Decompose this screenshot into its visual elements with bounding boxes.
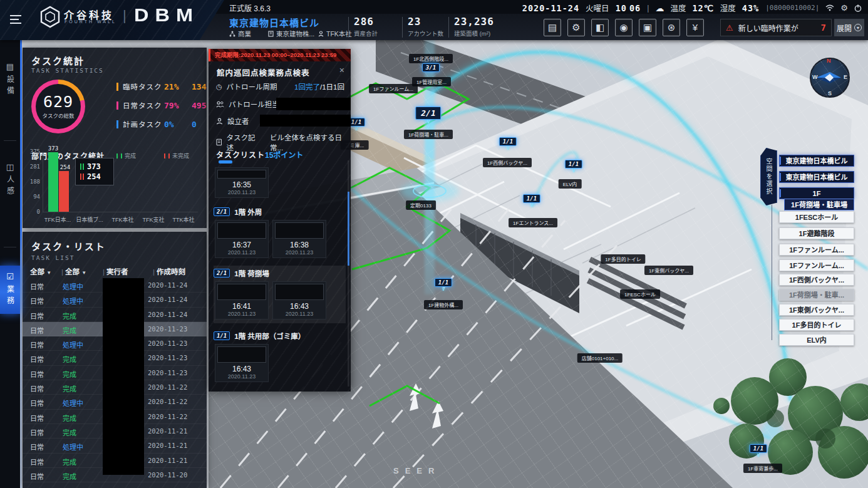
map-marker[interactable]: 1F荷捌場・駐車... <box>404 128 453 139</box>
patrol-snapshot-card[interactable]: 16:38 2020.11.23 <box>272 220 326 258</box>
bar-value-undone: 254 <box>60 164 70 170</box>
power-icon[interactable] <box>854 4 862 12</box>
map-marker[interactable]: 1/1 ∨ <box>750 444 767 457</box>
task-list-icon: ▤ <box>548 22 557 33</box>
device-hub-tool-button[interactable]: ⊛ <box>663 19 680 36</box>
product-name: DBM <box>134 5 199 26</box>
patrol-snapshot-card[interactable]: 16:35 2020.11.23 <box>215 167 269 198</box>
room-item[interactable]: 1FESCホール <box>779 211 854 223</box>
point-name: 1階 外周 <box>234 207 262 217</box>
panel-subtitle: TASK STATISTICS <box>31 67 104 74</box>
access-control-tool-button[interactable]: ◧ <box>591 19 609 36</box>
expand-button[interactable]: 展開 ▼ <box>834 19 864 36</box>
snapshot-photo <box>217 170 266 179</box>
deadline-banner: 完成期限:2020.11.23 00:00–2020.11.23 23:59 <box>209 49 351 61</box>
room-item[interactable]: 1F多目的トイレ <box>779 319 854 331</box>
room-item[interactable]: 1F避難階段 <box>779 227 854 239</box>
patrol-point-list[interactable]: 16:35 2020.11.23 2/1 1階 外周 16:37 2020.11… <box>214 160 346 388</box>
asset-database-tool-button[interactable]: ¥ <box>686 19 704 36</box>
snapshot-photo <box>275 222 324 239</box>
filter-type[interactable]: 全部 ▼ <box>30 266 51 276</box>
patrol-snapshot-card[interactable]: 16:43 2020.11.23 <box>215 344 269 382</box>
marker-label: 1F管理用室... <box>412 77 451 86</box>
map-marker[interactable]: 2/1 ∨ ∨ <box>415 106 441 128</box>
space-level-building[interactable]: 東京建物日本橋ビル <box>779 171 854 183</box>
temperature-label: 温度 <box>670 2 686 14</box>
map-marker[interactable]: 1F西側バックヤ... <box>483 157 532 167</box>
work-tasks-icon: ☑ <box>6 272 14 281</box>
y-tick: 0 <box>26 209 40 215</box>
filter-status[interactable]: |全部 ▼ <box>61 266 86 276</box>
sidebar-item-equipment[interactable]: ▤ 設備 <box>0 56 20 104</box>
map-marker[interactable]: 1F建物外構... <box>424 299 463 309</box>
chevron-down-icon: ∨ <box>572 169 576 173</box>
settings-tool-button[interactable]: ⚙ <box>567 19 585 36</box>
map-marker[interactable]: 1Fエントランス... <box>509 217 557 227</box>
seer-watermark: SEER <box>393 466 440 475</box>
patrol-snapshot-card[interactable]: 16:37 2020.11.23 <box>215 220 269 258</box>
clock-minute: 06 <box>629 3 641 13</box>
legend-daily-tasks: 日常タスク 79% 495 <box>116 100 206 110</box>
presence-sensor-icon: ◫ <box>6 162 14 172</box>
map-marker[interactable]: 1FESCホール <box>620 288 660 299</box>
map-marker[interactable]: 店舗0101+010... <box>577 352 623 363</box>
y-tick: 281 <box>26 164 40 170</box>
users-icon <box>216 101 224 108</box>
point-badge: 2/1 <box>214 207 230 216</box>
map-marker[interactable]: 1F車寄兼歩... <box>743 462 782 473</box>
map-marker[interactable]: 1F多目的トイレ <box>601 253 645 264</box>
ai-camera-tool-button[interactable]: ▣ <box>639 19 656 36</box>
room-item-selected[interactable]: 1F荷捌場・駐車... <box>779 289 854 301</box>
room-item[interactable]: 1F東側バックヤ... <box>779 304 854 316</box>
menu-icon[interactable] <box>10 15 21 24</box>
alert-bar[interactable]: ⚠ 新しい臨時作業が 7 <box>720 19 832 36</box>
map-marker[interactable]: 1/1 ∨ <box>435 278 452 291</box>
map-marker[interactable]: 1/1 ∨ <box>565 160 582 173</box>
building-name[interactable]: 東京建物日本橋ビル <box>229 16 319 29</box>
close-icon[interactable]: × <box>339 65 344 75</box>
map-marker[interactable]: 1/1 ∨ <box>499 137 517 150</box>
chart-tooltip: 373 254 <box>75 158 114 185</box>
map-marker[interactable]: 1F北西側階段... 3/1 <box>409 53 453 72</box>
room-item[interactable]: ELV内 <box>779 334 854 346</box>
map-marker[interactable]: 1/1 ∨ <box>523 194 540 207</box>
nodes-icon <box>229 31 235 37</box>
map-marker[interactable]: 定期0133 <box>406 199 436 210</box>
patrol-snapshot-card[interactable]: 16:43 2020.11.23 <box>272 281 326 319</box>
donut-center: 629 タスクの総数 <box>31 80 85 133</box>
compass-north: N <box>827 58 831 64</box>
room-item[interactable]: 1F西側バックヤ... <box>779 274 854 286</box>
version-label: 正式版 3.6.3 <box>229 3 271 13</box>
map-marker[interactable]: 1Fファンルーム... <box>369 83 418 93</box>
y-axis <box>43 152 43 212</box>
redaction-overlay <box>276 98 351 110</box>
room-item[interactable]: 1Fファンルーム... <box>779 259 854 271</box>
column-executor: |実行者 <box>103 266 128 276</box>
panel-title: タスク統計 <box>31 54 85 67</box>
chevron-down-icon: ∨ <box>426 124 431 128</box>
room-item[interactable]: 1Fファンルーム... <box>779 244 854 256</box>
column-created-time: |作成時刻 <box>153 266 185 276</box>
clock-icon: ◷ <box>216 83 222 91</box>
x-category: TFK支社 <box>143 215 165 224</box>
space-level-building[interactable]: 東京建物日本橋ビル <box>779 155 854 167</box>
task-list-tool-button[interactable]: ▤ <box>544 19 561 36</box>
cctv-tool-button[interactable]: ◉ <box>615 19 633 36</box>
sidebar-item-presence[interactable]: ◫ 人感 <box>0 156 20 204</box>
task-total-label: タスクの総数 <box>42 112 74 119</box>
map-marker[interactable]: ELV内 <box>559 178 582 189</box>
sidebar-item-work[interactable]: ☑ 業務 <box>0 266 20 314</box>
space-current-area[interactable]: 1F荷捌場・駐車場 <box>784 199 854 210</box>
map-marker[interactable]: 1F管理用室... <box>412 76 451 86</box>
chevron-down-icon: ∨ <box>442 287 446 291</box>
scrollbar-thumb[interactable] <box>348 192 349 266</box>
patrol-snapshot-card[interactable]: 16:41 2020.11.23 <box>215 281 269 319</box>
compass-east: E <box>844 74 847 80</box>
map-marker[interactable]: 1F東側バックヤ... <box>644 264 693 275</box>
compass-labels[interactable]: N E S W <box>809 56 851 99</box>
space-level-floor[interactable]: 1F <box>779 187 854 199</box>
gear-icon[interactable]: ⚙ <box>840 3 848 13</box>
alert-text: 新しい臨時作業が <box>738 23 816 33</box>
humidity-label: 湿度 <box>720 2 736 14</box>
sidebar-accent-line <box>20 40 22 488</box>
